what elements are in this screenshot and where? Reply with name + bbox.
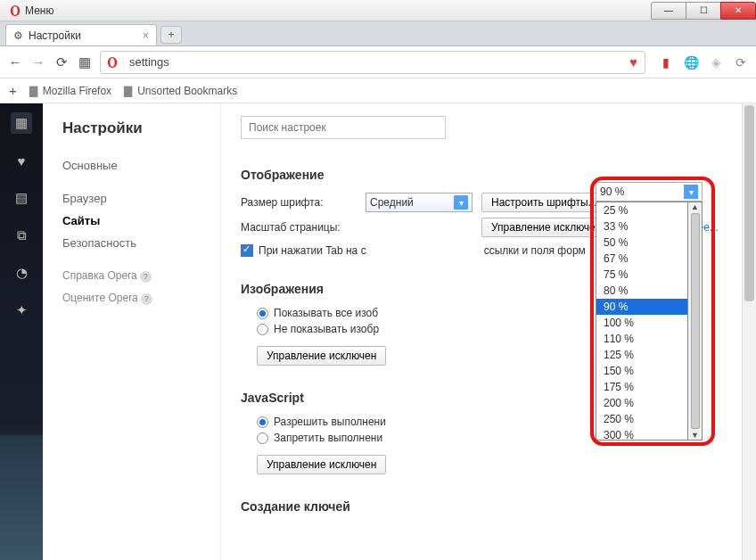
- zoom-option[interactable]: 200 %: [596, 395, 687, 411]
- folder-icon: ▇: [124, 85, 132, 97]
- tab-close-button[interactable]: ×: [143, 29, 149, 42]
- bookmark-unsorted[interactable]: ▇ Unsorted Bookmarks: [124, 85, 237, 97]
- chevron-down-icon: ▾: [454, 195, 468, 210]
- window-titlebar: Меню ― ☐ ✕: [0, 0, 756, 21]
- bookmarks-bar: + ▇ Mozilla Firefox ▇ Unsorted Bookmarks: [0, 78, 756, 103]
- images-show-label: Показывать все изоб: [274, 307, 378, 319]
- toolbar: ← → ⟳ ▦ ♥ ▮ 🌐 ◈ ⟳: [0, 46, 756, 78]
- section-keys: Создание ключей: [241, 499, 736, 514]
- js-allow-label: Разрешить выполнени: [274, 416, 386, 428]
- zoom-option[interactable]: 175 %: [596, 379, 687, 395]
- opera-icon: [9, 4, 21, 17]
- rail-extensions-icon[interactable]: ✦: [11, 300, 32, 321]
- opera-badge-icon: [101, 56, 124, 69]
- zoom-select[interactable]: 90 % ▾: [596, 182, 703, 202]
- zoom-option[interactable]: 300 %: [596, 427, 687, 441]
- nav-rate[interactable]: Оцените Opera?: [62, 292, 201, 305]
- dropdown-scrollbar[interactable]: ▲ ▼: [688, 202, 703, 441]
- font-size-label: Размер шрифта:: [241, 196, 357, 209]
- zoom-option[interactable]: 90 %: [596, 299, 687, 315]
- tab-focus-checkbox[interactable]: [241, 244, 253, 257]
- nav-sites[interactable]: Сайты: [62, 214, 201, 227]
- zoom-option[interactable]: 33 %: [596, 218, 687, 235]
- gear-icon: ⚙: [13, 29, 23, 42]
- add-bookmark-button[interactable]: +: [9, 83, 17, 98]
- zoom-option[interactable]: 75 %: [596, 267, 687, 283]
- rail-landscape: [0, 435, 43, 560]
- bookmark-heart-icon[interactable]: ♥: [622, 54, 645, 70]
- tab-settings[interactable]: ⚙ Настройки ×: [5, 24, 157, 45]
- scrollbar-thumb[interactable]: [691, 213, 700, 429]
- tab-title: Настройки: [29, 29, 81, 42]
- images-hide-radio[interactable]: [257, 324, 268, 335]
- app-menu-button[interactable]: Меню: [4, 3, 59, 19]
- zoom-options-list: 25 %33 %50 %67 %75 %80 %90 %100 %110 %12…: [596, 202, 688, 441]
- new-tab-button[interactable]: +: [160, 26, 182, 44]
- download-icon[interactable]: ⟳: [733, 54, 749, 70]
- scrollbar-thumb[interactable]: [744, 105, 754, 301]
- page-title: Настройки: [62, 119, 201, 137]
- page-scrollbar[interactable]: [742, 103, 756, 560]
- rail-grid-icon[interactable]: ▦: [11, 112, 32, 134]
- images-show-radio[interactable]: [257, 308, 268, 319]
- js-deny-radio[interactable]: [257, 432, 268, 444]
- nav-security[interactable]: Безопасность: [62, 236, 201, 250]
- font-size-select[interactable]: Средний ▾: [366, 193, 472, 212]
- back-button[interactable]: ←: [7, 54, 23, 70]
- zoom-label: Масштаб страницы:: [241, 221, 357, 234]
- zoom-option[interactable]: 150 %: [596, 363, 687, 379]
- svg-point-3: [110, 58, 114, 67]
- rail-tabs-icon[interactable]: ⧉: [11, 225, 32, 246]
- scroll-down-icon[interactable]: ▼: [691, 431, 699, 440]
- search-settings-input[interactable]: [241, 116, 446, 139]
- zoom-option[interactable]: 80 %: [596, 283, 687, 299]
- address-input[interactable]: [124, 55, 622, 69]
- app-menu-label: Меню: [25, 4, 53, 17]
- js-manage-button[interactable]: Управление исключен: [257, 455, 386, 474]
- zoom-option[interactable]: 250 %: [596, 411, 687, 427]
- rail-news-icon[interactable]: ▤: [11, 187, 32, 209]
- reload-button[interactable]: ⟳: [53, 54, 70, 70]
- zoom-option[interactable]: 125 %: [596, 347, 687, 363]
- zoom-option[interactable]: 67 %: [596, 251, 687, 267]
- zoom-value: 90 %: [600, 185, 624, 198]
- nav-help[interactable]: Справка Opera?: [62, 269, 201, 283]
- js-allow-radio[interactable]: [257, 416, 268, 428]
- forward-button[interactable]: →: [30, 54, 46, 70]
- js-deny-label: Запретить выполнени: [274, 432, 382, 444]
- zoom-option[interactable]: 25 %: [596, 202, 687, 218]
- bookmark-label: Mozilla Firefox: [43, 85, 111, 97]
- section-display: Отображение: [241, 168, 736, 182]
- settings-main: Отображение Размер шрифта: Средний ▾ Нас…: [221, 103, 756, 560]
- nav-basic[interactable]: Основные: [62, 159, 201, 172]
- zoom-option[interactable]: 110 %: [596, 331, 687, 347]
- shield-icon[interactable]: ◈: [708, 54, 724, 70]
- folder-icon: ▇: [29, 85, 37, 97]
- tab-focus-tail: ссылки и поля форм: [484, 244, 586, 257]
- sidebar-toggle-icon[interactable]: ▮: [658, 54, 674, 70]
- nav-browser[interactable]: Браузер: [62, 192, 201, 205]
- zoom-option[interactable]: 50 %: [596, 235, 687, 251]
- icon-rail: ▦ ♥ ▤ ⧉ ◔ ✦: [0, 103, 43, 560]
- speed-dial-button[interactable]: ▦: [77, 54, 93, 70]
- chevron-down-icon: ▾: [684, 185, 698, 199]
- settings-sidebar: Настройки Основные Браузер Сайты Безопас…: [43, 103, 221, 560]
- tab-focus-label: При нажатии Tab на с: [259, 244, 366, 257]
- close-button[interactable]: ✕: [720, 2, 756, 20]
- rail-history-icon[interactable]: ◔: [11, 262, 32, 284]
- configure-fonts-button[interactable]: Настроить шрифты...: [481, 193, 607, 212]
- rail-heart-icon[interactable]: ♥: [11, 150, 32, 171]
- address-bar: ♥: [100, 51, 645, 74]
- zoom-option[interactable]: 100 %: [596, 315, 687, 331]
- bookmark-mozilla[interactable]: ▇ Mozilla Firefox: [29, 85, 111, 97]
- window-controls: ― ☐ ✕: [652, 2, 756, 20]
- scroll-up-icon[interactable]: ▲: [691, 202, 699, 211]
- zoom-dropdown: 90 % ▾ 25 %33 %50 %67 %75 %80 %90 %100 %…: [596, 182, 703, 441]
- minimize-button[interactable]: ―: [651, 2, 686, 20]
- svg-point-1: [12, 6, 17, 15]
- images-manage-button[interactable]: Управление исключен: [257, 346, 386, 366]
- globe-icon[interactable]: 🌐: [683, 54, 699, 70]
- font-size-value: Средний: [370, 196, 414, 209]
- content-area: ▦ ♥ ▤ ⧉ ◔ ✦ Настройки Основные Браузер С…: [0, 103, 756, 560]
- maximize-button[interactable]: ☐: [686, 2, 721, 20]
